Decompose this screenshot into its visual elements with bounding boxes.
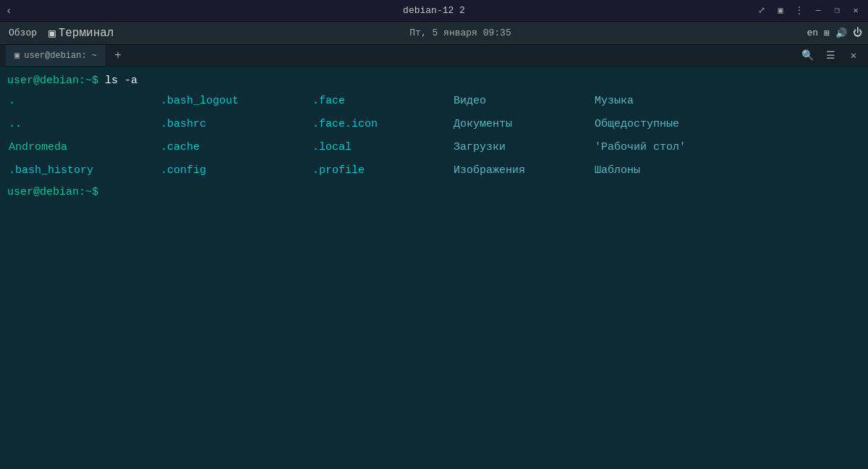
title-bar-left: ‹ — [6, 5, 12, 17]
prompt-user: user@debian:~ — [7, 72, 92, 90]
ls-item: Загрузки — [452, 136, 593, 159]
ls-item: . — [7, 90, 159, 113]
command-line-1: user@debian:~$ ls -a — [7, 72, 861, 90]
ls-item: Andromeda — [7, 136, 159, 159]
prompt-dollar: $ — [92, 72, 98, 90]
ls-item: Общедоступные — [593, 113, 734, 136]
hamburger-menu-button[interactable]: ☰ — [822, 47, 839, 64]
restore-button[interactable]: ❐ — [830, 4, 843, 17]
terminal-menu-icon: ▣ — [48, 26, 56, 41]
tab-close-button[interactable]: ✕ — [845, 47, 862, 64]
language-indicator[interactable]: en — [807, 28, 819, 38]
title-bar: ‹ debian-12 2 ⤢ ▣ ⋮ — ❐ ✕ — [0, 0, 868, 22]
terminal-tab-label: user@debian: ~ — [24, 51, 97, 61]
ls-item: Видео — [452, 90, 593, 113]
command-text: ls -a — [98, 72, 137, 90]
ls-item: .face — [311, 90, 452, 113]
kebab-menu-button[interactable]: ⋮ — [793, 4, 806, 17]
ls-item: .bashrc — [159, 113, 311, 136]
title-bar-right: ⤢ ▣ ⋮ — ❐ ✕ — [755, 4, 862, 17]
overview-menu[interactable]: Обзор — [6, 26, 40, 40]
menu-bar-left: Обзор ▣ Терминал — [6, 26, 114, 41]
command-line-2: user@debian:~$ — [7, 184, 861, 201]
terminal-menu-label: Терминал — [59, 27, 114, 40]
terminal-menu[interactable]: ▣ Терминал — [48, 26, 114, 41]
network-icon[interactable]: ⊞ — [824, 28, 830, 39]
search-button[interactable]: 🔍 — [799, 47, 816, 64]
cursor — [98, 184, 105, 201]
ls-item: Изображения — [452, 159, 593, 182]
ls-item: Шаблоны — [593, 159, 734, 182]
tab-bar: ▣ user@debian: ~ + 🔍 ☰ ✕ — [0, 45, 868, 67]
ls-output: ..bash_logout.faceВидеоМузыка...bashrc.f… — [7, 90, 861, 182]
menu-bar-datetime: Пт, 5 января 09:35 — [114, 28, 807, 38]
ls-item: .bash_history — [7, 159, 159, 182]
close-button[interactable]: ✕ — [849, 4, 862, 17]
ls-item: .bash_logout — [159, 90, 311, 113]
ls-item: .profile — [311, 159, 452, 182]
picture-in-picture-button[interactable]: ⤢ — [755, 4, 768, 17]
window-icon-button[interactable]: ▣ — [774, 4, 787, 17]
power-icon[interactable]: ⏻ — [853, 28, 862, 38]
ls-item: Документы — [452, 113, 593, 136]
ls-item: .cache — [159, 136, 311, 159]
terminal-tab[interactable]: ▣ user@debian: ~ — [6, 45, 106, 66]
menu-bar: Обзор ▣ Терминал Пт, 5 января 09:35 en ⊞… — [0, 22, 868, 45]
minimize-button[interactable]: — — [812, 4, 825, 17]
volume-icon[interactable]: 🔊 — [835, 28, 847, 39]
terminal-tab-icon: ▣ — [14, 50, 20, 61]
ls-item: .local — [311, 136, 452, 159]
terminal-content: user@debian:~$ ls -a ..bash_logout.faceВ… — [0, 67, 868, 469]
back-button[interactable]: ‹ — [6, 5, 12, 17]
ls-item: Музыка — [593, 90, 734, 113]
window-title: debian-12 2 — [403, 5, 465, 16]
prompt-dollar-2: $ — [92, 184, 98, 201]
ls-item: .face.icon — [311, 113, 452, 136]
new-tab-button[interactable]: + — [109, 47, 127, 64]
ls-item: .. — [7, 113, 159, 136]
prompt-user-2: user@debian:~ — [7, 184, 92, 201]
ls-item: 'Рабочий стол' — [593, 136, 734, 159]
menu-bar-right: en ⊞ 🔊 ⏻ — [807, 28, 862, 39]
ls-item: .config — [159, 159, 311, 182]
tab-bar-right: 🔍 ☰ ✕ — [799, 47, 862, 64]
